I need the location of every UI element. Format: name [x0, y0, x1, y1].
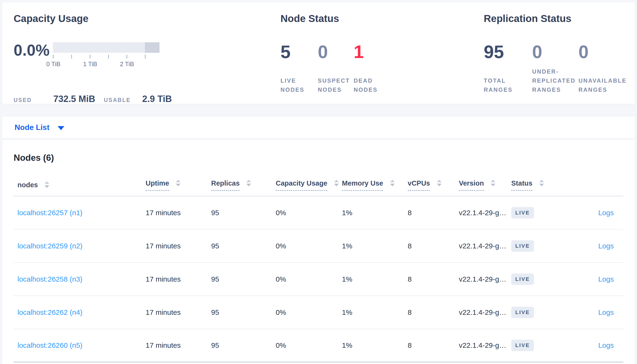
node-link[interactable]: localhost:26257 (n1): [18, 209, 83, 217]
dead-nodes-count: 1: [354, 43, 394, 61]
logs-link[interactable]: Logs: [598, 209, 614, 217]
node-status-title: Node Status: [280, 14, 472, 24]
capacity-percent: 0.0%: [14, 42, 50, 58]
column-header-capacity-usage[interactable]: Capacity Usage: [276, 174, 342, 196]
sort-down-icon: [491, 184, 495, 186]
replicas-cell: 95: [211, 229, 276, 262]
status-badge: LIVE: [511, 274, 534, 285]
nodes-card: Nodes (6) nodes Uptime Replicas: [2, 140, 635, 364]
version-cell: v22.1.4-29-g…: [459, 329, 511, 362]
sort-up-icon: [246, 180, 251, 182]
uptime-cell: 17 minutes: [146, 262, 211, 296]
suspect-nodes-count: 0: [318, 43, 354, 61]
sort-down-icon: [246, 184, 251, 186]
sort-icon: [390, 180, 395, 186]
usable-label: USABLE: [104, 97, 131, 104]
sort-up-icon: [390, 180, 395, 182]
memory-cell: 1%: [342, 262, 408, 296]
capacity-usage-panel: Capacity Usage 0.0% 0 TiB 1 TiB 2 TiB US…: [14, 14, 265, 104]
dead-nodes-label: DEAD NODES: [354, 76, 394, 94]
logs-link[interactable]: Logs: [598, 275, 614, 283]
sort-down-icon: [437, 184, 442, 186]
column-header-uptime[interactable]: Uptime: [146, 174, 211, 196]
unavailable-ranges-label: UNAVAILABLE RANGES: [578, 76, 632, 94]
axis-tick: [71, 55, 72, 58]
axis-tick: [145, 55, 146, 58]
status-badge: LIVE: [511, 340, 534, 351]
column-header-nodes[interactable]: nodes: [14, 174, 146, 196]
replication-status-title: Replication Status: [484, 14, 632, 24]
nodes-table: nodes Uptime Replicas Capacity Usage Mem…: [14, 174, 623, 362]
column-header-version[interactable]: Version: [459, 174, 511, 196]
caret-down-icon: [58, 126, 64, 130]
logs-link[interactable]: Logs: [598, 242, 614, 250]
memory-cell: 1%: [342, 196, 408, 229]
column-header-logs: [566, 174, 623, 196]
sort-icon: [491, 180, 495, 186]
column-header-memory-use[interactable]: Memory Use: [342, 174, 408, 196]
column-header-status[interactable]: Status: [511, 174, 566, 196]
axis-tick-label: 0 TiB: [46, 60, 60, 68]
node-link[interactable]: localhost:26259 (n2): [18, 242, 83, 250]
capacity-cell: 0%: [276, 229, 342, 262]
sort-icon: [334, 180, 339, 186]
capacity-cell: 0%: [276, 329, 342, 362]
node-list-dropdown[interactable]: Node List: [2, 116, 635, 138]
table-header-row: nodes Uptime Replicas Capacity Usage Mem…: [14, 174, 623, 196]
usable-value: 2.9 TiB: [142, 94, 172, 104]
node-status-panel: Node Status 5 0 1 LIVE NODES SUSPECT NOD…: [280, 14, 472, 94]
sort-up-icon: [491, 180, 495, 182]
sort-down-icon: [539, 184, 544, 186]
cluster-summary-card: Capacity Usage 0.0% 0 TiB 1 TiB 2 TiB US…: [2, 2, 635, 104]
used-value: 732.5 MiB: [53, 94, 95, 104]
table-row: localhost:26257 (n1) 17 minutes 95 0% 1%…: [14, 196, 623, 229]
column-header-vcpus[interactable]: vCPUs: [408, 174, 459, 196]
sort-down-icon: [390, 184, 395, 186]
version-cell: v22.1.4-29-g…: [459, 296, 511, 329]
logs-link[interactable]: Logs: [598, 341, 614, 349]
uptime-cell: 17 minutes: [146, 329, 211, 362]
capacity-used-usable-row: USED 732.5 MiB USABLE 2.9 TiB: [14, 94, 265, 104]
sort-up-icon: [334, 180, 339, 182]
sort-icon: [176, 180, 181, 186]
view-selector-bar: Node List: [2, 116, 635, 138]
table-row: localhost:26260 (n5) 17 minutes 95 0% 1%…: [14, 329, 623, 362]
replicas-cell: 95: [211, 296, 276, 329]
axis-tick: [127, 55, 127, 58]
axis-tick: [108, 55, 109, 58]
capacity-cell: 0%: [276, 262, 342, 296]
table-row: localhost:26259 (n2) 17 minutes 95 0% 1%…: [14, 229, 623, 262]
vcpus-cell: 8: [408, 262, 459, 296]
vcpus-cell: 8: [408, 329, 459, 362]
axis-tick-label: 1 TiB: [83, 60, 97, 68]
node-list-dropdown-label[interactable]: Node List: [15, 123, 50, 132]
sort-up-icon: [45, 181, 49, 184]
status-badge: LIVE: [511, 207, 534, 218]
node-link[interactable]: localhost:26262 (n4): [18, 308, 83, 316]
sort-icon: [437, 180, 442, 186]
version-cell: v22.1.4-29-g…: [459, 196, 511, 229]
node-link[interactable]: localhost:26258 (n3): [18, 275, 83, 283]
total-ranges-label: TOTAL RANGES: [484, 76, 532, 94]
status-badge: LIVE: [511, 240, 534, 252]
axis-tick: [53, 55, 54, 58]
unavailable-ranges-count: 0: [578, 43, 632, 61]
logs-link[interactable]: Logs: [598, 308, 614, 316]
uptime-cell: 17 minutes: [146, 229, 211, 262]
under-replicated-ranges-count: 0: [532, 43, 578, 61]
suspect-nodes-label: SUSPECT NODES: [318, 76, 354, 94]
sort-icon: [246, 180, 251, 186]
column-header-replicas[interactable]: Replicas: [211, 174, 276, 196]
sort-up-icon: [437, 180, 442, 182]
sort-up-icon: [539, 180, 544, 182]
under-replicated-ranges-label: UNDER-REPLICATED RANGES: [532, 67, 578, 94]
live-nodes-label: LIVE NODES: [280, 76, 318, 94]
memory-cell: 1%: [342, 296, 408, 329]
sort-up-icon: [176, 180, 181, 182]
memory-cell: 1%: [342, 229, 408, 262]
replication-status-panel: Replication Status 95 0 0 TOTAL RANGES U…: [484, 14, 632, 94]
axis-tick-label: 2 TiB: [120, 60, 134, 68]
sort-icon: [539, 180, 544, 186]
axis-tick: [90, 55, 90, 58]
node-link[interactable]: localhost:26260 (n5): [18, 341, 83, 349]
